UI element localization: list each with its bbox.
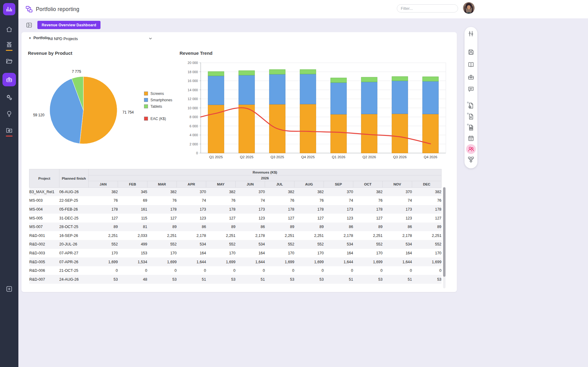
revenue-cell: 123 bbox=[236, 214, 265, 223]
team-button[interactable] bbox=[467, 145, 475, 153]
revenue-cell: 552 bbox=[89, 240, 118, 249]
sidebar-item-add[interactable] bbox=[6, 285, 13, 293]
legend-swatch bbox=[144, 104, 148, 108]
table-row[interactable]: MS-00322-SEP-25766976747674767674767476 bbox=[29, 196, 442, 205]
table-scrollbar[interactable] bbox=[443, 187, 446, 288]
sliders-icon bbox=[467, 30, 475, 37]
portfolio-select[interactable]: All NPD Projects bbox=[47, 35, 154, 43]
y-axis-label: 18 000 bbox=[188, 70, 198, 74]
table-row[interactable]: R&D-00307-APR-27170153170164170164170170… bbox=[29, 249, 442, 258]
export-table-button[interactable] bbox=[467, 123, 475, 132]
y-axis-label: 8 000 bbox=[189, 115, 198, 119]
pie-value-label: 71 754 bbox=[123, 110, 134, 114]
revenue-cell: 51 bbox=[383, 275, 412, 284]
revenue-cell: 178 bbox=[89, 205, 118, 214]
x-axis-label: Q2 2026 bbox=[362, 155, 376, 159]
revenue-cell: 76 bbox=[265, 196, 294, 205]
year-header: 2026 bbox=[89, 175, 442, 181]
month-header: DEC bbox=[412, 181, 442, 188]
revenue-cell: 127 bbox=[294, 214, 324, 223]
comments-button[interactable] bbox=[467, 85, 475, 93]
bar-segment-smartphones bbox=[331, 83, 347, 114]
revenue-cell: 86 bbox=[177, 223, 206, 231]
table-row[interactable]: R&D-00507-APR-261,6991,5341,6991,6441,69… bbox=[29, 257, 442, 266]
app-root: Portfolio reporting Revenue Overview Das… bbox=[0, 0, 588, 367]
filter-input[interactable] bbox=[397, 4, 458, 13]
revenue-cell: 382 bbox=[206, 188, 236, 197]
badge-dot bbox=[467, 124, 469, 125]
bar-segment-screens bbox=[300, 104, 316, 153]
header: Portfolio reporting bbox=[18, 0, 588, 18]
collapse-caret[interactable]: ▾ bbox=[29, 36, 31, 40]
y-axis-label: 0 bbox=[196, 151, 198, 155]
sidebar-item-favorites[interactable] bbox=[6, 127, 13, 134]
revenue-cell: 178 bbox=[206, 205, 236, 214]
calendar-icon bbox=[467, 135, 475, 142]
app-logo[interactable] bbox=[3, 3, 15, 15]
legend-label: EAC (K$) bbox=[150, 117, 166, 121]
revenue-cell: 153 bbox=[118, 249, 147, 258]
table-row[interactable]: R&D-00116-SEP-262,2512,0332,2512,1782,25… bbox=[29, 231, 442, 240]
revenue-cell: 0 bbox=[265, 266, 294, 275]
table-row[interactable]: R&D-00724-AUG-26534853515351535351535153 bbox=[29, 275, 442, 284]
project-cell: MS-005 bbox=[29, 214, 59, 223]
revenue-cell: 1,699 bbox=[265, 257, 294, 266]
page-title: Portfolio reporting bbox=[36, 5, 79, 14]
revenue-cell: 81 bbox=[118, 223, 147, 231]
revenue-cell: 370 bbox=[324, 188, 353, 197]
favorites-indicator bbox=[6, 136, 13, 137]
dashboard-button[interactable]: Revenue Overview Dashboard bbox=[37, 21, 101, 29]
revenue-cell: 552 bbox=[412, 240, 442, 249]
toolbox-button[interactable] bbox=[467, 73, 475, 81]
y-axis-label: 16 000 bbox=[188, 79, 198, 83]
revenue-cell: 2,033 bbox=[118, 231, 147, 240]
revenue-cell: 0 bbox=[177, 266, 206, 275]
panel-toggle-button[interactable] bbox=[26, 22, 32, 28]
notebook-button[interactable] bbox=[467, 60, 475, 69]
legend-label: Screens bbox=[150, 92, 164, 96]
scrollbar-thumb[interactable] bbox=[443, 187, 446, 277]
export-excel-button[interactable] bbox=[467, 112, 475, 121]
revenue-cell: 127 bbox=[89, 214, 118, 223]
revenue-cell: 2,178 bbox=[177, 231, 206, 240]
legend-swatch bbox=[144, 117, 148, 121]
planned-finish-cell: 06-AUG-26 bbox=[59, 188, 89, 197]
revenue-cell: 1,644 bbox=[177, 257, 206, 266]
chart-legend: ScreensSmartphonesTabletsEAC (K$) bbox=[144, 90, 172, 122]
sidebar-item-settings[interactable] bbox=[6, 94, 13, 101]
table-row[interactable]: MS-00405-FEB-261781611781731781731781781… bbox=[29, 205, 442, 214]
table-row[interactable]: MS-00728-OCT-25898189868986898986898689 bbox=[29, 223, 442, 231]
table-row[interactable]: R&D-00220-JUL-26552499552534552534552552… bbox=[29, 240, 442, 249]
revenue-cell: 89 bbox=[294, 223, 324, 231]
sidebar-item-home[interactable] bbox=[6, 26, 13, 33]
export-pdf-button[interactable] bbox=[467, 101, 475, 110]
workflow-settings-button[interactable] bbox=[467, 155, 475, 164]
revenue-cell: 48 bbox=[118, 275, 147, 284]
save-button[interactable] bbox=[467, 48, 475, 56]
project-cell: R&D-006 bbox=[29, 266, 59, 275]
bar-segment-tablets bbox=[239, 71, 255, 75]
schedule-button[interactable] bbox=[467, 134, 475, 143]
planned-finish-cell: 20-JUL-26 bbox=[59, 240, 89, 249]
portfolio-toolbox-icon bbox=[6, 76, 13, 83]
revenue-cell: 123 bbox=[383, 214, 412, 223]
revenue-cell: 2,251 bbox=[89, 231, 118, 240]
sidebar-item-projects[interactable] bbox=[6, 58, 13, 65]
revenue-cell: 0 bbox=[324, 266, 353, 275]
revenue-cell: 74 bbox=[177, 196, 206, 205]
legend-item-screens: Screens bbox=[144, 90, 172, 97]
revenue-cell: 76 bbox=[412, 196, 442, 205]
revenue-cell: 127 bbox=[206, 214, 236, 223]
adjust-columns-button[interactable] bbox=[467, 29, 475, 38]
table-row[interactable]: MS-00531-DEC-251271151271231271231271271… bbox=[29, 214, 442, 223]
table-row[interactable]: R&D-00621-OCT-25000000000000 bbox=[29, 266, 442, 275]
revenue-cell: 1,699 bbox=[294, 257, 324, 266]
sidebar-item-ideas[interactable] bbox=[6, 110, 13, 118]
sidebar-item-milestones[interactable] bbox=[6, 41, 13, 48]
user-avatar[interactable] bbox=[463, 2, 475, 14]
sidebar-item-portfolio-active[interactable] bbox=[2, 73, 16, 86]
workflow-settings-icon bbox=[467, 156, 475, 163]
revenue-cell: 86 bbox=[383, 223, 412, 231]
revenue-cell: 382 bbox=[265, 188, 294, 197]
table-row[interactable]: B3_MAX_Rel106-AUG-2638234538237038237038… bbox=[29, 188, 442, 197]
